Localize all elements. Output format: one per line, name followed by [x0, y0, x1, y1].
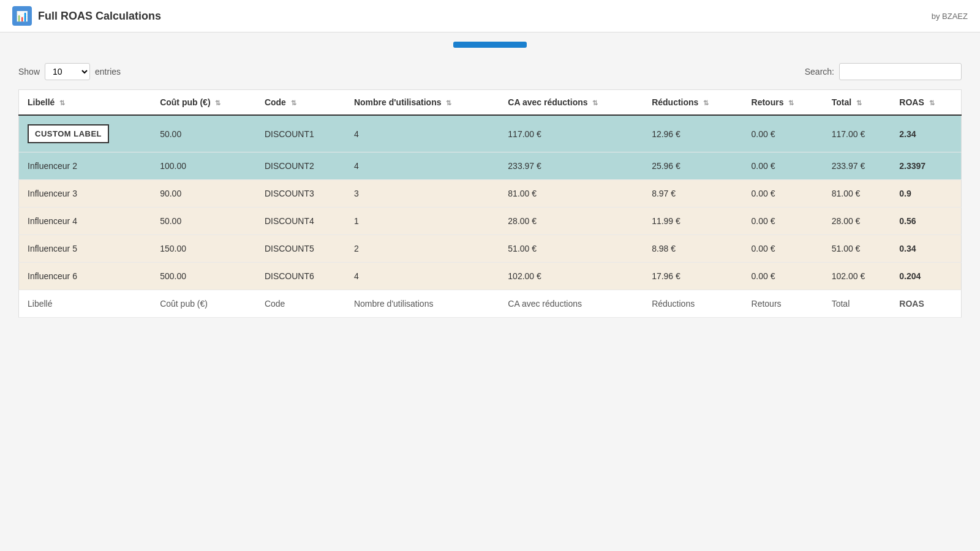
- cell-ca: 233.97 €: [499, 152, 643, 180]
- sort-icon-libelle: ⇅: [59, 99, 65, 107]
- cell-roas: 2.34: [891, 115, 961, 152]
- cell-ca: 51.00 €: [499, 235, 643, 263]
- cell-libelle: Influenceur 2: [19, 152, 152, 180]
- cell-roas: 0.34: [891, 235, 961, 263]
- cell-total: 51.00 €: [823, 235, 891, 263]
- sort-icon-code: ⇅: [291, 99, 296, 107]
- cell-cout: 500.00: [151, 263, 256, 290]
- cell-ca: 117.00 €: [499, 115, 643, 152]
- cell-ca: 81.00 €: [499, 180, 643, 208]
- show-label: Show: [18, 67, 40, 77]
- cell-nombre: 4: [345, 115, 499, 152]
- cell-reductions: 17.96 €: [643, 263, 742, 290]
- footer-col-cout: Coût pub (€): [151, 290, 256, 318]
- cell-code: DISCOUNT4: [256, 208, 345, 235]
- table-row: CUSTOM LABEL50.00DISCOUNT14117.00 €12.96…: [19, 115, 962, 152]
- col-header-ca[interactable]: CA avec réductions ⇅: [499, 90, 643, 116]
- cell-libelle: Influenceur 4: [19, 208, 152, 235]
- table-controls: Show 10 25 50 100 entries Search:: [18, 63, 962, 80]
- cell-reductions: 12.96 €: [643, 115, 742, 152]
- cell-retours: 0.00 €: [743, 208, 823, 235]
- sort-icon-cout: ⇅: [215, 99, 221, 107]
- cell-libelle: Influenceur 5: [19, 235, 152, 263]
- cell-total: 81.00 €: [823, 180, 891, 208]
- cell-nombre: 4: [345, 152, 499, 180]
- sort-icon-roas: ⇅: [929, 99, 935, 107]
- footer-col-total: Total: [823, 290, 891, 318]
- cell-cout: 100.00: [151, 152, 256, 180]
- col-header-code[interactable]: Code ⇅: [256, 90, 345, 116]
- cell-total: 102.00 €: [823, 263, 891, 290]
- cell-libelle: Influenceur 6: [19, 263, 152, 290]
- cell-cout: 50.00: [151, 115, 256, 152]
- sort-icon-nombre: ⇅: [446, 99, 451, 107]
- cell-reductions: 11.99 €: [643, 208, 742, 235]
- table-footer-row: Libellé Coût pub (€) Code Nombre d'utili…: [19, 290, 962, 318]
- footer-col-nombre: Nombre d'utilisations: [345, 290, 499, 318]
- cell-nombre: 4: [345, 263, 499, 290]
- cell-ca: 28.00 €: [499, 208, 643, 235]
- footer-col-libelle: Libellé: [19, 290, 152, 318]
- table-header-row: Libellé ⇅ Coût pub (€) ⇅ Code ⇅ Nombre d…: [19, 90, 962, 116]
- col-header-reductions[interactable]: Réductions ⇅: [643, 90, 742, 116]
- col-header-libelle[interactable]: Libellé ⇅: [19, 90, 152, 116]
- footer-col-roas: ROAS: [891, 290, 961, 318]
- cell-roas: 0.204: [891, 263, 961, 290]
- cell-retours: 0.00 €: [743, 115, 823, 152]
- app-byline: by BZAEZ: [932, 12, 968, 21]
- table-row: Influenceur 390.00DISCOUNT3381.00 €8.97 …: [19, 180, 962, 208]
- show-entries-control: Show 10 25 50 100 entries: [18, 63, 121, 80]
- cell-code: DISCOUNT2: [256, 152, 345, 180]
- col-header-retours[interactable]: Retours ⇅: [743, 90, 823, 116]
- cell-code: DISCOUNT1: [256, 115, 345, 152]
- cell-retours: 0.00 €: [743, 152, 823, 180]
- footer-col-reductions: Réductions: [643, 290, 742, 318]
- sort-icon-reductions: ⇅: [703, 99, 709, 107]
- active-tab-indicator[interactable]: [453, 42, 527, 48]
- search-box: Search:: [805, 63, 962, 80]
- cell-libelle: Influenceur 3: [19, 180, 152, 208]
- cell-reductions: 8.97 €: [643, 180, 742, 208]
- col-header-total[interactable]: Total ⇅: [823, 90, 891, 116]
- app-header: 📊 Full ROAS Calculations by BZAEZ: [0, 0, 980, 32]
- cell-code: DISCOUNT6: [256, 263, 345, 290]
- table-row: Influenceur 450.00DISCOUNT4128.00 €11.99…: [19, 208, 962, 235]
- cell-retours: 0.00 €: [743, 180, 823, 208]
- cell-ca: 102.00 €: [499, 263, 643, 290]
- cell-total: 28.00 €: [823, 208, 891, 235]
- data-table: Libellé ⇅ Coût pub (€) ⇅ Code ⇅ Nombre d…: [18, 89, 962, 318]
- cell-total: 233.97 €: [823, 152, 891, 180]
- sort-icon-ca: ⇅: [592, 99, 598, 107]
- col-header-cout[interactable]: Coût pub (€) ⇅: [151, 90, 256, 116]
- cell-nombre: 1: [345, 208, 499, 235]
- header-left: 📊 Full ROAS Calculations: [12, 6, 161, 26]
- footer-col-retours: Retours: [743, 290, 823, 318]
- custom-label-badge: CUSTOM LABEL: [28, 124, 109, 143]
- col-header-nombre[interactable]: Nombre d'utilisations ⇅: [345, 90, 499, 116]
- cell-roas: 2.3397: [891, 152, 961, 180]
- app-title: Full ROAS Calculations: [38, 10, 161, 23]
- search-input[interactable]: [839, 63, 962, 80]
- cell-code: DISCOUNT5: [256, 235, 345, 263]
- cell-roas: 0.9: [891, 180, 961, 208]
- cell-roas: 0.56: [891, 208, 961, 235]
- table-row: Influenceur 6500.00DISCOUNT64102.00 €17.…: [19, 263, 962, 290]
- table-row: Influenceur 5150.00DISCOUNT5251.00 €8.98…: [19, 235, 962, 263]
- entries-text: entries: [95, 67, 121, 77]
- cell-libelle: CUSTOM LABEL: [19, 115, 152, 152]
- cell-total: 117.00 €: [823, 115, 891, 152]
- cell-nombre: 3: [345, 180, 499, 208]
- cell-retours: 0.00 €: [743, 263, 823, 290]
- main-content: Show 10 25 50 100 entries Search: Libell…: [0, 51, 980, 330]
- search-label: Search:: [805, 67, 834, 77]
- cell-nombre: 2: [345, 235, 499, 263]
- entries-select[interactable]: 10 25 50 100: [45, 63, 90, 80]
- top-tab-bar: [0, 32, 980, 51]
- sort-icon-retours: ⇅: [788, 99, 794, 107]
- footer-col-code: Code: [256, 290, 345, 318]
- sort-icon-total: ⇅: [856, 99, 862, 107]
- cell-retours: 0.00 €: [743, 235, 823, 263]
- cell-cout: 50.00: [151, 208, 256, 235]
- footer-col-ca: CA avec réductions: [499, 290, 643, 318]
- col-header-roas[interactable]: ROAS ⇅: [891, 90, 961, 116]
